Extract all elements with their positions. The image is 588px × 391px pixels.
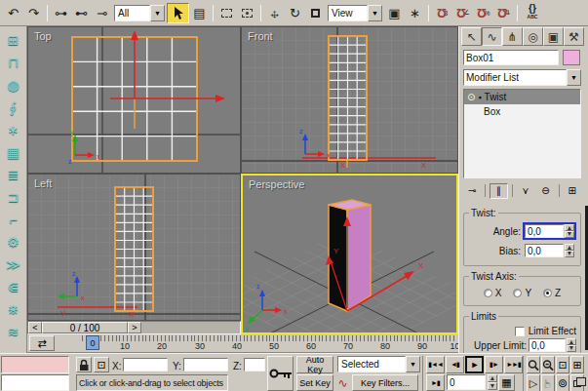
tab-motion-icon[interactable]: ◎: [523, 27, 543, 46]
hinge-icon[interactable]: ⌐: [1, 208, 26, 230]
pin-stack-icon[interactable]: ⊸: [463, 183, 481, 199]
make-unique-icon[interactable]: ⋎: [517, 183, 534, 199]
plane-icon[interactable]: ▦: [1, 140, 26, 163]
axis-x-radio[interactable]: X: [484, 288, 502, 298]
pan-button[interactable]: ☞: [541, 374, 555, 391]
auto-key-button[interactable]: Auto Key: [296, 356, 333, 373]
unlink-selection-icon[interactable]: ⊷: [71, 3, 92, 23]
snap-toggle-3d-button[interactable]: Ω3: [432, 3, 452, 23]
selection-lock-toggle-button[interactable]: [76, 357, 92, 372]
next-frame-button[interactable]: ▮►: [485, 356, 503, 373]
chevron-down-icon[interactable]: ▼: [150, 5, 165, 21]
key-filters-button[interactable]: Key Filters...: [352, 374, 418, 391]
select-and-move-button[interactable]: ↔ ↕: [264, 3, 285, 23]
angle-spinner[interactable]: [565, 224, 574, 238]
redo-icon[interactable]: ↷: [23, 3, 44, 23]
time-slider-handle[interactable]: 0 / 100: [42, 322, 128, 333]
time-configuration-icon[interactable]: ▦: [498, 374, 515, 391]
select-and-scale-button[interactable]: [305, 3, 326, 23]
toy-car-icon[interactable]: ⋐: [1, 275, 26, 297]
bind-to-space-warp-icon[interactable]: ⊸: [92, 3, 112, 23]
object-color-swatch[interactable]: [563, 50, 580, 65]
selection-set-dropdown[interactable]: Selected ▼: [337, 356, 420, 372]
tab-hierarchy-icon[interactable]: ⋔: [502, 27, 523, 46]
dashpot-icon[interactable]: ⊐: [1, 185, 26, 208]
previous-frame-button[interactable]: ◄▮: [446, 356, 464, 373]
field-of-view-icon[interactable]: ▷: [527, 374, 540, 391]
soft-body-collection-icon[interactable]: ◍: [1, 73, 26, 96]
x-coord-field[interactable]: [123, 358, 168, 371]
maxscript-mini-listener-pink[interactable]: [1, 356, 69, 373]
percent-snap-toggle-button[interactable]: Ω%: [473, 3, 493, 23]
zoom-extents-icon[interactable]: ⊡: [556, 356, 569, 373]
frame-spinner[interactable]: [488, 374, 497, 390]
time-slider-next-button[interactable]: >: [128, 322, 141, 333]
stack-item-box[interactable]: Box: [464, 104, 580, 119]
chevron-down-icon[interactable]: ▼: [567, 69, 581, 86]
maxscript-mini-listener-white[interactable]: [1, 374, 69, 391]
modifier-enabled-bulb-icon[interactable]: ⊙: [467, 92, 475, 102]
select-and-rotate-icon[interactable]: ↻: [285, 3, 305, 23]
stack-item-twist[interactable]: ⊙ ▪ Twist: [464, 90, 580, 104]
limit-effect-checkbox[interactable]: [515, 327, 525, 336]
current-frame-field[interactable]: 0: [447, 374, 486, 390]
current-frame-marker[interactable]: 0: [86, 335, 99, 350]
go-to-start-button[interactable]: ▮◄◄: [426, 356, 445, 373]
reference-coordinate-dropdown[interactable]: View ▼: [328, 5, 382, 21]
min-max-toggle-button[interactable]: [570, 374, 584, 391]
cloth-collection-icon[interactable]: ⊓: [1, 51, 26, 73]
spring-icon[interactable]: ≣: [1, 163, 26, 185]
time-slider-prev-button[interactable]: <: [28, 322, 42, 333]
select-and-manipulate-icon[interactable]: ∗: [405, 3, 425, 23]
selection-filter-dropdown[interactable]: All ▼: [114, 5, 165, 21]
water-icon[interactable]: ≋: [1, 320, 26, 342]
chevron-down-icon[interactable]: ▼: [368, 5, 382, 21]
remove-modifier-icon[interactable]: ⊖: [536, 183, 554, 199]
upper-limit-spinner[interactable]: [567, 338, 576, 352]
key-mode-toggle-button[interactable]: ►▮: [426, 374, 445, 391]
select-by-name-icon[interactable]: ▤: [189, 3, 210, 23]
rigid-body-collection-icon[interactable]: ⊞: [1, 28, 26, 51]
tab-display-icon[interactable]: ▣: [543, 27, 564, 46]
upper-limit-field[interactable]: 0,0: [529, 338, 566, 352]
zoom-extents-all-icon[interactable]: ⊞: [570, 356, 584, 373]
bias-spinner[interactable]: [565, 244, 574, 257]
show-end-result-icon[interactable]: ∥: [490, 183, 507, 199]
tab-modify-icon[interactable]: ∿: [482, 27, 502, 46]
tab-utilities-icon[interactable]: ⚒: [564, 27, 584, 46]
zoom-button[interactable]: [527, 356, 540, 373]
track-bar[interactable]: ⇄ 0 10 20 30 40 50 60 70 80 90 100: [27, 334, 458, 353]
default-in-out-tangent-icon[interactable]: ∿: [335, 374, 350, 391]
select-object-button[interactable]: [167, 3, 189, 23]
configure-modifier-sets-icon[interactable]: ⊞: [564, 183, 581, 199]
viewport-perspective[interactable]: X Y x z y Perspective: [241, 174, 458, 334]
bias-field[interactable]: 0,0: [525, 244, 564, 257]
track-bar-ruler[interactable]: 0 10 20 30 40 50 60 70 80 90 100: [82, 334, 456, 353]
rectangular-selection-region-button[interactable]: [216, 3, 237, 23]
named-selection-sets-button[interactable]: {}ABC: [521, 3, 544, 23]
tab-create-icon[interactable]: ↖: [461, 27, 482, 46]
viewport-top[interactable]: x y z Top: [27, 26, 241, 174]
play-button[interactable]: ►: [465, 356, 484, 373]
fracture-icon[interactable]: ⋇: [1, 297, 26, 320]
axis-z-radio[interactable]: Z: [543, 288, 561, 298]
select-and-link-icon[interactable]: ⊶: [51, 3, 71, 23]
angle-field[interactable]: 0,0: [525, 224, 564, 238]
motor-icon[interactable]: ⚙: [1, 230, 26, 253]
absolute-mode-toggle-icon[interactable]: ⊡: [94, 357, 109, 372]
viewport-front[interactable]: X X x z Front: [241, 26, 458, 174]
window-crossing-toggle-button[interactable]: [237, 3, 257, 23]
axis-y-radio[interactable]: Y: [513, 288, 531, 298]
zoom-all-button[interactable]: [541, 356, 555, 373]
go-to-end-button[interactable]: ►►▮: [504, 356, 523, 373]
object-name-field[interactable]: Box01: [463, 50, 559, 65]
viewport-left[interactable]: Y X z x Left: [27, 174, 241, 321]
modifier-list-dropdown[interactable]: Modifier List ▼: [463, 69, 581, 86]
rope-collection-icon[interactable]: ∮: [1, 96, 26, 118]
angle-snap-toggle-button[interactable]: Ω∠: [452, 3, 473, 23]
chevron-down-icon[interactable]: ▼: [406, 356, 420, 372]
set-key-button[interactable]: Set Key: [296, 374, 333, 391]
undo-icon[interactable]: ↶: [3, 3, 23, 23]
spinner-snap-toggle-button[interactable]: Ω⇅: [493, 3, 514, 23]
deforming-mesh-icon[interactable]: ∗: [1, 118, 26, 140]
